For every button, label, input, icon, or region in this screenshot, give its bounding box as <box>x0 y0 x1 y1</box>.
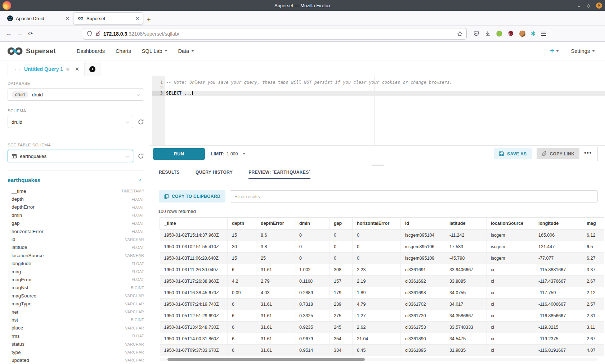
superset-brand[interactable]: Superset <box>7 47 56 55</box>
line-number: 2 <box>152 85 165 91</box>
settings-menu[interactable]: Settings <box>571 48 595 54</box>
url-bar[interactable]: 172.18.0.3:32108/superset/sqllab/ <box>83 28 467 40</box>
table-cell: 1950-01-07T09:37:33.670Z <box>160 345 228 356</box>
column-name: mag <box>12 269 21 274</box>
new-item-button[interactable]: + <box>550 47 559 55</box>
table-cell: -115.8881667 <box>534 264 582 276</box>
column-type: VARCHAR <box>125 253 144 258</box>
table-cell: ci <box>487 310 534 322</box>
column-name: magNst <box>12 285 28 290</box>
table-cell: 2.31 <box>582 310 604 322</box>
insecure-lock-icon[interactable] <box>95 31 100 36</box>
downloads-icon[interactable] <box>485 31 491 37</box>
ublock-icon[interactable] <box>508 31 514 37</box>
line-number: 3 <box>152 91 165 96</box>
back-button[interactable]: ← <box>4 28 14 39</box>
forward-button[interactable]: → <box>14 28 25 39</box>
column-type: TIMESTAMP <box>121 189 144 193</box>
tab-close-icon[interactable]: ✕ <box>66 16 70 21</box>
table-cell: 1950-01-02T15:14:37.960Z <box>160 229 228 241</box>
table-cell: 2.23 <box>353 264 401 276</box>
table-cell: ci3361702 <box>401 299 445 310</box>
sql-editor[interactable]: 1-- Note: Unless you save your query, th… <box>152 76 605 145</box>
table-cell: 0 <box>295 241 330 252</box>
table-row: 1950-01-03T11:06:28.640Z1525000iscgem895… <box>160 252 604 264</box>
editor-line: 1-- Note: Unless you save your query, th… <box>152 80 605 85</box>
window-maximize-icon[interactable]: ◇ <box>587 3 590 8</box>
superset-icon <box>78 15 84 21</box>
horizontal-scrollbar[interactable] <box>160 358 598 361</box>
database-select[interactable]: druid druid <box>8 88 144 101</box>
pane-splitter[interactable] <box>150 162 605 168</box>
table-cell: 0 <box>330 229 353 241</box>
table-select[interactable]: earthquakes <box>8 150 133 162</box>
editor-lines: 1-- Note: Unless you save your query, th… <box>152 76 605 96</box>
column-header[interactable]: latitude <box>445 218 487 229</box>
menu-hamburger-icon[interactable] <box>541 32 546 36</box>
cookie-extension-icon[interactable] <box>519 31 525 37</box>
schema-select[interactable]: druid <box>8 116 133 128</box>
more-options-button[interactable]: ••• <box>584 150 593 158</box>
filter-results-input[interactable] <box>230 190 598 203</box>
column-header[interactable]: _time <box>160 218 228 229</box>
refresh-schema-icon[interactable] <box>138 119 144 125</box>
editor-line: 3SELECT ... <box>152 91 605 96</box>
table-cell: -119.3215 <box>534 322 582 333</box>
column-type: VARCHAR <box>125 342 144 346</box>
editor-line: 2 <box>152 85 605 91</box>
column-header[interactable]: locationSource <box>487 218 534 229</box>
column-header[interactable]: gap <box>330 218 353 229</box>
shield-icon[interactable] <box>87 31 92 36</box>
copy-link-button[interactable]: COPY LINK <box>537 148 580 159</box>
editor-toolbar: RUN LIMIT: 1 000 SAVE AS COPY LINK ••• <box>150 145 605 162</box>
nav-sql-lab[interactable]: SQL Lab <box>142 48 167 54</box>
column-header[interactable]: mag <box>582 218 604 229</box>
bookmark-star-icon[interactable] <box>457 31 463 37</box>
horizontal-scrollbar-thumb[interactable] <box>167 358 365 361</box>
refresh-table-icon[interactable] <box>138 153 144 159</box>
column-header[interactable]: depthError <box>256 218 295 229</box>
table-schema-title[interactable]: earthquakes <box>8 177 40 183</box>
tab-query-history[interactable]: QUERY HISTORY <box>196 168 233 179</box>
browser-tab-apache-druid[interactable]: Apache Druid ✕ <box>3 12 73 24</box>
text-cursor <box>192 91 193 95</box>
table-cell: -45.798 <box>445 252 487 264</box>
pocket-icon[interactable] <box>473 31 479 37</box>
query-tab-untitled-1[interactable]: ⋮⋮ Untitled Query 1 ✕ <box>8 62 85 76</box>
run-button[interactable]: RUN <box>153 148 205 160</box>
tab-results[interactable]: RESULTS <box>159 168 180 179</box>
schema-label: SCHEMA <box>8 109 144 113</box>
schema-column-row: __timeTIMESTAMP <box>8 187 144 195</box>
nav-dashboards[interactable]: Dashboards <box>77 48 105 54</box>
tab-close-icon[interactable]: ✕ <box>135 16 139 21</box>
collapse-icon[interactable]: ∧ <box>139 178 142 182</box>
column-header[interactable]: horizontalError <box>353 218 401 229</box>
table-cell: iscgem <box>487 241 534 252</box>
database-label: DATABASE <box>8 81 144 86</box>
new-query-tab-button[interactable]: + <box>85 62 100 76</box>
copy-to-clipboard-button[interactable]: COPY TO CLIPBOARD <box>159 190 225 203</box>
table-cell: 6.5 <box>582 241 604 252</box>
column-header[interactable]: depth <box>228 218 256 229</box>
table-cell: 1950-01-03T11:06:28.640Z <box>160 252 228 264</box>
tab-preview-earthquakes[interactable]: PREVIEW: `EARTHQUAKES` <box>248 168 310 179</box>
asterisk-extension-icon[interactable]: ✱ <box>531 30 535 37</box>
nav-charts[interactable]: Charts <box>116 48 131 54</box>
column-type: BIGINT <box>131 286 144 290</box>
drag-handle-icon[interactable]: ⋮⋮ <box>13 67 21 72</box>
extension-icon[interactable] <box>496 31 502 37</box>
results-table: _timedepthdepthErrordmingaphorizontalErr… <box>160 217 604 356</box>
column-header[interactable]: id <box>401 218 445 229</box>
query-tab-close-icon[interactable]: ✕ <box>75 66 79 72</box>
limit-dropdown[interactable]: LIMIT: 1 000 <box>211 151 246 156</box>
new-browser-tab-button[interactable]: + <box>147 16 151 23</box>
column-header[interactable]: longitude <box>534 218 582 229</box>
browser-tab-superset[interactable]: Superset ✕ <box>73 12 143 24</box>
column-header[interactable]: dmin <box>295 218 330 229</box>
reload-button[interactable]: ⟳ <box>25 28 36 39</box>
column-name: horizontalError <box>12 229 44 234</box>
window-minimize-icon[interactable]: ⌄ <box>577 3 581 8</box>
nav-data[interactable]: Data <box>178 48 194 54</box>
window-close-icon[interactable]: ✕ <box>596 3 602 9</box>
save-as-button[interactable]: SAVE AS <box>494 148 532 159</box>
